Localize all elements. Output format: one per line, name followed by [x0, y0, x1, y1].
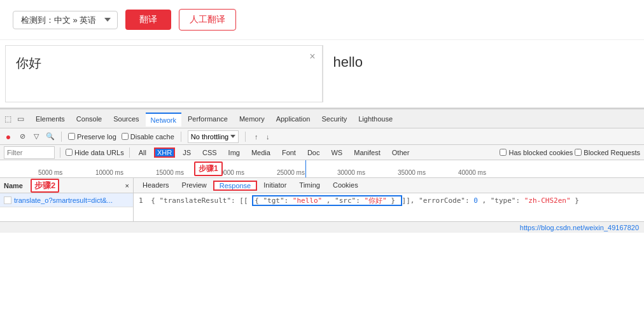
- hide-data-urls-checkbox[interactable]: [66, 149, 73, 156]
- hide-data-urls-group: Hide data URLs: [66, 149, 124, 156]
- tab-sources[interactable]: Sources: [108, 113, 144, 125]
- blocked-requests-group: Blocked Requests: [575, 149, 640, 156]
- tick-15000: 15000 ms: [156, 169, 184, 176]
- step2-label: 步骤2: [31, 179, 59, 193]
- tab-initiator[interactable]: Initiator: [257, 180, 293, 191]
- tab-timing[interactable]: Timing: [293, 180, 326, 191]
- resp-key-type: "type":: [491, 196, 520, 205]
- tab-console[interactable]: Console: [71, 113, 107, 125]
- filter-input[interactable]: [4, 146, 55, 159]
- filter-media[interactable]: Media: [248, 148, 274, 158]
- tab-elements[interactable]: Elements: [31, 113, 70, 125]
- translate-button[interactable]: 翻译: [125, 10, 171, 30]
- detail-panel: Headers Preview Response Initiator Timin…: [134, 178, 644, 221]
- has-blocked-cookies-label: Has blocked cookies: [508, 149, 573, 156]
- request-item-icon: [4, 196, 11, 204]
- output-text: hello: [333, 54, 363, 70]
- tab-preview[interactable]: Preview: [176, 180, 213, 191]
- tick-5000: 5000 ms: [38, 169, 62, 176]
- resp-key-tgt: "tgt":: [263, 196, 288, 205]
- tab-lighthouse[interactable]: Lighthouse: [353, 113, 398, 125]
- translation-output-box: hello: [323, 45, 640, 102]
- resp-comma2: ,: [482, 196, 486, 205]
- resp-inner-obj: { "tgt": "hello" , "src": "你好" }: [252, 195, 402, 206]
- inspect-icon[interactable]: ⬚: [3, 114, 13, 124]
- filter-doc[interactable]: Doc: [304, 148, 324, 158]
- request-list-header: Name 步骤2 ×: [0, 178, 133, 193]
- lang-select[interactable]: 检测到：中文 » 英语: [13, 11, 118, 29]
- disable-cache-checkbox[interactable]: [122, 133, 129, 140]
- filter-icon[interactable]: ▽: [32, 132, 41, 141]
- human-translate-button[interactable]: 人工翻译: [179, 9, 236, 31]
- top-bar: 检测到：中文 » 英语 翻译 人工翻译: [0, 0, 644, 40]
- tick-30000: 30000 ms: [337, 169, 365, 176]
- translation-input-box: 你好 ×: [5, 45, 323, 102]
- blocked-requests-checkbox[interactable]: [575, 149, 582, 156]
- filter-xhr[interactable]: XHR: [154, 148, 175, 158]
- import-icon[interactable]: ↑: [252, 132, 261, 141]
- devtools-icons: ⬚ ▭: [3, 114, 25, 124]
- resp-val-src: "你好": [364, 196, 386, 205]
- stop-icon[interactable]: ⊘: [18, 132, 27, 141]
- tab-response[interactable]: Response: [213, 181, 258, 191]
- resp-inner-open: {: [255, 196, 259, 205]
- import-export-icons: ↑ ↓: [252, 132, 272, 141]
- tab-network[interactable]: Network: [146, 113, 181, 127]
- filter-all[interactable]: All: [135, 148, 150, 158]
- filter-font[interactable]: Font: [278, 148, 300, 158]
- tick-40000: 40000 ms: [458, 169, 486, 176]
- export-icon[interactable]: ↓: [263, 132, 272, 141]
- resp-comma1: ,: [326, 196, 331, 205]
- device-icon[interactable]: ▭: [15, 114, 25, 124]
- request-item-name: translate_o?smartresult=dict&...: [14, 196, 113, 204]
- name-column-header: Name: [4, 182, 23, 189]
- throttle-select[interactable]: No throttling: [188, 130, 239, 143]
- filter-ws[interactable]: WS: [327, 148, 346, 158]
- request-panel: Name 步骤2 × translate_o?smartresult=dict&…: [0, 178, 644, 221]
- tab-application[interactable]: Application: [271, 113, 316, 125]
- tab-memory[interactable]: Memory: [234, 113, 270, 125]
- tab-performance[interactable]: Performance: [183, 113, 233, 125]
- separator: [61, 132, 62, 142]
- separator4: [60, 148, 60, 158]
- resp-open-brace: {: [151, 196, 155, 205]
- has-blocked-cookies-checkbox[interactable]: [500, 149, 507, 156]
- preserve-log-checkbox[interactable]: [68, 133, 75, 140]
- has-blocked-group: Has blocked cookies Blocked Requests: [500, 149, 640, 156]
- tab-headers[interactable]: Headers: [136, 180, 176, 191]
- resp-val-errorcode: 0: [473, 196, 478, 205]
- translation-area: 你好 × hello: [0, 40, 644, 108]
- tick-25000: 25000 ms: [277, 169, 305, 176]
- separator3: [245, 132, 246, 142]
- record-icon[interactable]: ●: [4, 132, 13, 141]
- filter-other[interactable]: Other: [388, 148, 414, 158]
- devtools-filter-bar: Hide data URLs All XHR JS CSS Img Media …: [0, 145, 644, 160]
- disable-cache-group: Disable cache: [122, 133, 174, 141]
- close-icon[interactable]: ×: [309, 51, 315, 62]
- resp-key-translateresult: "translateResult":: [160, 196, 235, 205]
- filter-manifest[interactable]: Manifest: [350, 148, 384, 158]
- detail-tabs: Headers Preview Response Initiator Timin…: [134, 178, 644, 193]
- close-detail-x[interactable]: ×: [125, 182, 129, 189]
- bottom-url: https://blog.csdn.net/weixin_49167820: [520, 224, 639, 231]
- filter-js[interactable]: JS: [179, 148, 195, 158]
- has-blocked-cookies-group: Has blocked cookies: [500, 149, 573, 156]
- disable-cache-label: Disable cache: [130, 133, 174, 141]
- tab-cookies[interactable]: Cookies: [326, 180, 365, 191]
- request-list: Name 步骤2 × translate_o?smartresult=dict&…: [0, 178, 134, 221]
- search-icon[interactable]: 🔍: [46, 132, 55, 141]
- request-item[interactable]: translate_o?smartresult=dict&...: [0, 193, 133, 207]
- devtools-tabs-row: ⬚ ▭ Elements Console Sources Network Per…: [0, 109, 644, 128]
- tick-35000: 35000 ms: [398, 169, 426, 176]
- resp-outer-arr: [[: [239, 196, 248, 205]
- bottom-bar: https://blog.csdn.net/weixin_49167820: [0, 221, 644, 233]
- resp-close-brace: }: [575, 196, 579, 205]
- timeline-cursor: [305, 160, 306, 177]
- filter-css[interactable]: CSS: [199, 148, 221, 158]
- filter-img[interactable]: Img: [225, 148, 244, 158]
- separator5: [129, 148, 130, 158]
- separator2: [181, 132, 181, 142]
- resp-val-type: "zh-CHS2en": [524, 196, 571, 205]
- tab-security[interactable]: Security: [316, 113, 352, 125]
- resp-key-errorcode: "errorCode":: [419, 196, 469, 205]
